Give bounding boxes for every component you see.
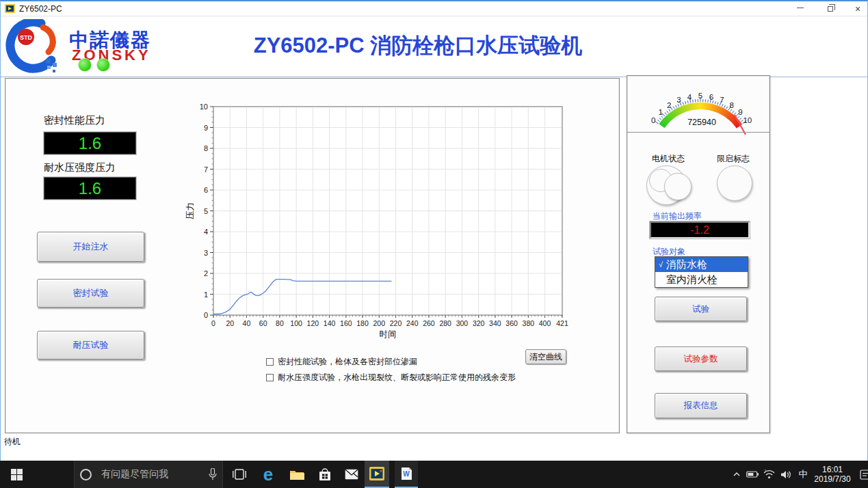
svg-text:10: 10 xyxy=(200,103,208,111)
svg-text:4: 4 xyxy=(687,93,692,101)
window-title: ZY6502-PC xyxy=(19,4,62,14)
svg-text:6: 6 xyxy=(709,93,713,101)
svg-text:8: 8 xyxy=(204,144,208,152)
cortana-icon xyxy=(80,469,92,480)
freq-display: -1.2 xyxy=(650,221,750,239)
test-object-dropdown: √ 消防水枪 室内消火栓 xyxy=(655,256,748,288)
strength-result-checkbox-row: 耐水压强度试验，水枪出现裂纹、断裂或影响正常使用的残余变形 xyxy=(266,372,516,383)
seal-result-checkbox[interactable] xyxy=(266,358,274,366)
test-button[interactable]: 试验 xyxy=(655,297,747,321)
screen: ZY6502-PC × STD 中諾儀器 ZONSKY xyxy=(0,0,868,488)
ime-indicator[interactable]: 中 xyxy=(795,468,811,480)
strength-pressure-display: 1.6 xyxy=(44,177,136,200)
svg-text:1: 1 xyxy=(658,108,662,116)
document-app-icon[interactable]: W xyxy=(395,461,418,488)
svg-text:3: 3 xyxy=(676,96,681,104)
limit-flag-label: 限启标志 xyxy=(717,153,750,165)
svg-text:60: 60 xyxy=(259,319,267,327)
svg-text:9: 9 xyxy=(204,124,208,132)
dropdown-option-fire-nozzle[interactable]: √ 消防水枪 xyxy=(655,257,748,272)
svg-text:300: 300 xyxy=(456,319,469,327)
svg-text:260: 260 xyxy=(423,319,435,327)
battery-icon[interactable] xyxy=(744,471,761,478)
tray-date: 2019/7/30 xyxy=(814,474,850,484)
dropdown-option-label: 室内消火栓 xyxy=(666,273,718,286)
seal-result-checkbox-label: 密封性能试验，枪体及各密封部位渗漏 xyxy=(278,356,417,368)
pressure-gauge: 012345678910725940 xyxy=(629,77,770,136)
svg-text:200: 200 xyxy=(373,319,386,327)
svg-text:1: 1 xyxy=(204,290,208,299)
strength-pressure-label: 耐水压强度压力 xyxy=(44,161,116,174)
close-button[interactable]: × xyxy=(846,1,868,16)
status-led-2 xyxy=(96,58,110,72)
svg-text:STD: STD xyxy=(20,34,33,41)
motor-status-label: 电机状态 xyxy=(652,153,685,165)
mail-icon[interactable] xyxy=(338,461,365,488)
wifi-icon[interactable]: * xyxy=(761,470,777,479)
svg-text:5: 5 xyxy=(698,92,702,100)
motor-led-right xyxy=(664,173,692,200)
svg-text:0: 0 xyxy=(204,311,208,319)
microphone-icon[interactable] xyxy=(209,468,217,480)
page-title: ZY6502-PC 消防栓枪口水压试验机 xyxy=(165,31,671,60)
minimize-button[interactable] xyxy=(789,1,812,16)
edge-browser-icon[interactable]: e xyxy=(254,461,282,488)
svg-text:100: 100 xyxy=(290,319,302,327)
taskbar-search[interactable]: 有问题尽管问我 xyxy=(74,461,223,488)
labview-app-icon[interactable] xyxy=(365,461,389,488)
report-info-button[interactable]: 报表信息 xyxy=(655,393,747,418)
tray-chevron-icon[interactable] xyxy=(729,472,744,476)
task-view-icon[interactable] xyxy=(226,461,253,488)
clear-curve-button[interactable]: 清空曲线 xyxy=(525,349,566,364)
svg-text:2: 2 xyxy=(667,101,671,109)
file-explorer-icon[interactable] xyxy=(283,461,311,488)
titlebar: ZY6502-PC × xyxy=(1,1,867,16)
seal-result-checkbox-row: 密封性能试验，枪体及各密封部位渗漏 xyxy=(266,356,417,368)
svg-text:140: 140 xyxy=(324,319,336,327)
header: STD 中諾儀器 ZONSKY ZY6502-PC 消防栓枪口水压试验机 xyxy=(1,16,867,77)
svg-text:9: 9 xyxy=(738,108,742,116)
start-fill-button[interactable]: 开始注水 xyxy=(37,232,144,262)
dropdown-option-indoor-hydrant[interactable]: 室内消火栓 xyxy=(655,272,748,287)
volume-icon[interactable] xyxy=(777,470,795,479)
logo-swoosh-graphic: STD xyxy=(3,19,79,77)
restore-button[interactable] xyxy=(819,1,842,16)
svg-text:180: 180 xyxy=(356,319,369,327)
right-panel: 012345678910725940 电机状态 限启标志 当前输出频率 -1.2… xyxy=(627,75,770,433)
app-icon xyxy=(5,4,15,13)
svg-text:时间: 时间 xyxy=(380,329,397,339)
svg-text:340: 340 xyxy=(489,319,501,327)
svg-text:360: 360 xyxy=(505,319,518,327)
svg-text:400: 400 xyxy=(539,319,551,327)
pressure-time-chart: 0123456789100204060801001201401601802002… xyxy=(170,98,573,344)
strength-result-checkbox[interactable] xyxy=(266,374,274,381)
start-button[interactable] xyxy=(0,461,33,488)
svg-text:7: 7 xyxy=(720,96,724,104)
taskbar: 有问题尽管问我 e xyxy=(0,461,868,488)
search-placeholder: 有问题尽管问我 xyxy=(101,468,168,480)
check-icon: √ xyxy=(655,260,666,269)
svg-text:2: 2 xyxy=(204,269,208,277)
svg-text:10: 10 xyxy=(743,116,752,124)
store-icon[interactable] xyxy=(311,461,339,488)
clock[interactable]: 16:01 2019/7/30 xyxy=(811,465,854,484)
main-panel: 密封性能压力 1.6 耐水压强度压力 1.6 开始注水 密封试验 耐压试验 01… xyxy=(5,78,620,433)
test-params-button[interactable]: 试验参数 xyxy=(655,347,747,371)
seal-test-button[interactable]: 密封试验 xyxy=(37,279,144,308)
pressure-test-button[interactable]: 耐压试验 xyxy=(37,331,144,360)
svg-text:5: 5 xyxy=(204,207,208,215)
svg-text:*: * xyxy=(765,470,766,473)
company-logo: STD 中諾儀器 ZONSKY xyxy=(3,19,168,77)
svg-text:W: W xyxy=(403,470,410,478)
svg-text:240: 240 xyxy=(406,319,419,327)
svg-text:725940: 725940 xyxy=(687,118,716,127)
status-led-1 xyxy=(78,58,92,72)
strength-result-checkbox-label: 耐水压强度试验，水枪出现裂纹、断裂或影响正常使用的残余变形 xyxy=(278,372,516,383)
svg-text:320: 320 xyxy=(473,319,485,327)
svg-text:80: 80 xyxy=(276,319,284,327)
seal-pressure-label: 密封性能压力 xyxy=(44,114,105,127)
action-center-icon[interactable]: 1 xyxy=(854,470,868,480)
svg-text:20: 20 xyxy=(226,319,234,327)
windows-logo-icon xyxy=(11,469,23,480)
svg-text:0: 0 xyxy=(211,319,215,327)
